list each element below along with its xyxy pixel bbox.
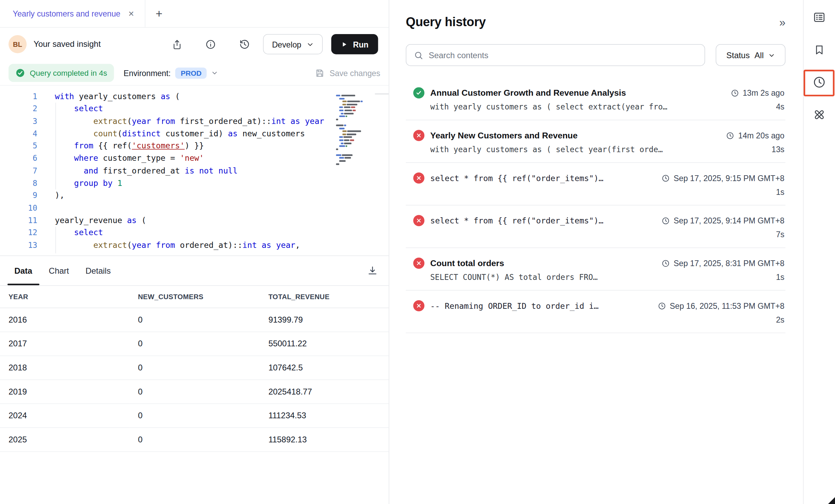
results-panel: Data Chart Details YEARNEW_CUSTOMERSTOTA… — [0, 255, 389, 504]
entry-duration: 1s — [770, 187, 784, 196]
entry-duration: 7s — [770, 230, 784, 239]
table-row: 201902025418.77 — [0, 379, 389, 403]
save-icon — [315, 68, 325, 78]
entry-title: -- Renaming ORDER_ID to order_id i… — [430, 301, 599, 311]
table-cell: 2019 — [0, 379, 130, 403]
resize-corner[interactable] — [828, 497, 835, 504]
page-title: Query history — [406, 15, 486, 29]
code-line: 3 extract(year from first_ordered_at)::i… — [0, 115, 389, 128]
line-number: 8 — [0, 177, 37, 190]
history-entry[interactable]: Annual Customer Growth and Revenue Analy… — [406, 78, 785, 120]
code-line: 10 — [0, 202, 389, 214]
code-lines: 1with yearly_customers as (2 select3 ext… — [0, 91, 389, 252]
tab-label: Yearly customers and revenue — [13, 9, 120, 18]
close-icon[interactable]: × — [128, 9, 134, 19]
chevron-down-icon — [212, 70, 218, 76]
table-cell: 2016 — [0, 308, 130, 332]
entry-title: select * from {{ ref("order_items")… — [430, 173, 604, 183]
search-input[interactable] — [429, 50, 697, 60]
status-bar: Query completed in 4s Environment: PROD … — [0, 61, 389, 86]
entry-timestamp: 14m 20s ago — [719, 131, 784, 140]
history-entry[interactable]: Yearly New Customers and Revenue14m 20s … — [406, 120, 785, 163]
line-number: 3 — [0, 115, 37, 128]
status-filter-button[interactable]: Status All — [716, 44, 786, 66]
line-number: 7 — [0, 165, 37, 177]
tab-yearly-customers[interactable]: Yearly customers and revenue × — [0, 0, 145, 27]
right-sidebar — [803, 0, 835, 504]
entry-timestamp: Sep 17, 2025, 9:14 PM GMT+8 — [654, 216, 784, 225]
table-cell: 91399.79 — [260, 308, 389, 332]
code-line: 6 where customer_type = 'new' — [0, 153, 389, 165]
entry-timestamp: Sep 17, 2025, 9:15 PM GMT+8 — [654, 174, 784, 182]
code-line: 1with yearly_customers as ( — [0, 91, 389, 103]
table-cell: 2018 — [0, 356, 130, 380]
history-entry[interactable]: select * from {{ ref("order_items")…Sep … — [406, 206, 785, 248]
develop-dropdown[interactable]: Develop — [263, 34, 322, 54]
column-header: TOTAL_REVENUE — [260, 286, 389, 307]
code-line: 7 and first_ordered_at is not null — [0, 165, 389, 177]
bookmark-icon[interactable] — [812, 42, 827, 57]
line-number: 9 — [0, 190, 37, 202]
entry-snippet: with yearly_customers as ( select extrac… — [430, 103, 770, 111]
code-line: 2 select — [0, 103, 389, 115]
lineage-icon[interactable] — [812, 107, 827, 122]
table-cell: 2017 — [0, 332, 130, 356]
results-tab-bar: Data Chart Details — [0, 256, 389, 286]
tab-data[interactable]: Data — [14, 256, 32, 285]
minimap-viewport — [375, 94, 389, 94]
code-line: 5 from {{ ref('customers') }} — [0, 140, 389, 153]
entry-title: Count total orders — [430, 259, 504, 268]
line-number: 10 — [0, 202, 37, 214]
environment-selector[interactable]: Environment: PROD — [124, 67, 218, 78]
history-icon[interactable] — [812, 74, 827, 89]
indent-guide — [55, 227, 56, 253]
table-cell: 0 — [130, 308, 260, 332]
info-icon[interactable] — [205, 39, 216, 50]
chevron-down-icon — [307, 41, 313, 48]
code-line: 9), — [0, 190, 389, 202]
table-cell: 111234.53 — [260, 403, 389, 428]
code-editor[interactable]: 1with yearly_customers as (2 select3 ext… — [0, 86, 389, 255]
table-cell: 2025418.77 — [260, 379, 389, 403]
play-icon — [341, 41, 348, 48]
table-row: 2016091399.79 — [0, 308, 389, 332]
table-cell: 0 — [130, 356, 260, 380]
download-icon[interactable] — [367, 265, 378, 276]
column-header: YEAR — [0, 286, 130, 307]
line-number: 4 — [0, 128, 37, 140]
app-root: Yearly customers and revenue × + BL Your… — [0, 0, 835, 504]
query-list-icon[interactable] — [812, 10, 827, 24]
environment-badge: PROD — [175, 67, 207, 78]
tab-details[interactable]: Details — [85, 256, 111, 285]
save-changes-button[interactable]: Save changes — [315, 68, 380, 78]
table-cell: 115892.13 — [260, 427, 389, 451]
entry-snippet: with yearly_customers as ( select year(f… — [430, 145, 765, 154]
tab-chart[interactable]: Chart — [49, 256, 69, 285]
entry-title: Annual Customer Growth and Revenue Analy… — [430, 88, 626, 98]
line-number: 11 — [0, 214, 37, 227]
code-line: 11yearly_revenue as ( — [0, 214, 389, 227]
share-icon[interactable] — [171, 39, 182, 50]
save-label: Save changes — [330, 69, 380, 77]
entry-title: Yearly New Customers and Revenue — [430, 131, 578, 140]
history-entry[interactable]: select * from {{ ref("order_items")…Sep … — [406, 163, 785, 206]
avatar[interactable]: BL — [9, 35, 27, 53]
minimap[interactable] — [336, 95, 363, 166]
run-button[interactable]: Run — [331, 34, 378, 54]
results-table: YEARNEW_CUSTOMERSTOTAL_REVENUE 201609139… — [0, 286, 389, 452]
line-number: 12 — [0, 227, 37, 239]
status-filter-value: All — [754, 50, 764, 60]
code-line: 13 extract(year from ordered_at)::int as… — [0, 239, 389, 252]
new-tab-button[interactable]: + — [145, 0, 173, 27]
develop-label: Develop — [272, 40, 301, 49]
collapse-panel-icon[interactable]: » — [779, 17, 785, 28]
history-entry[interactable]: -- Renaming ORDER_ID to order_id i…Sep 1… — [406, 291, 785, 333]
entry-timestamp: 13m 2s ago — [723, 88, 784, 97]
environment-label: Environment: — [124, 69, 171, 77]
version-history-icon[interactable] — [238, 38, 250, 50]
table-cell: 107642.5 — [260, 356, 389, 380]
entry-duration: 4s — [770, 102, 784, 111]
query-history-panel: Query history » Status All Annual Custom… — [389, 0, 803, 504]
search-icon — [414, 50, 423, 60]
history-entry[interactable]: Count total ordersSep 17, 2025, 8:31 PM … — [406, 248, 785, 291]
